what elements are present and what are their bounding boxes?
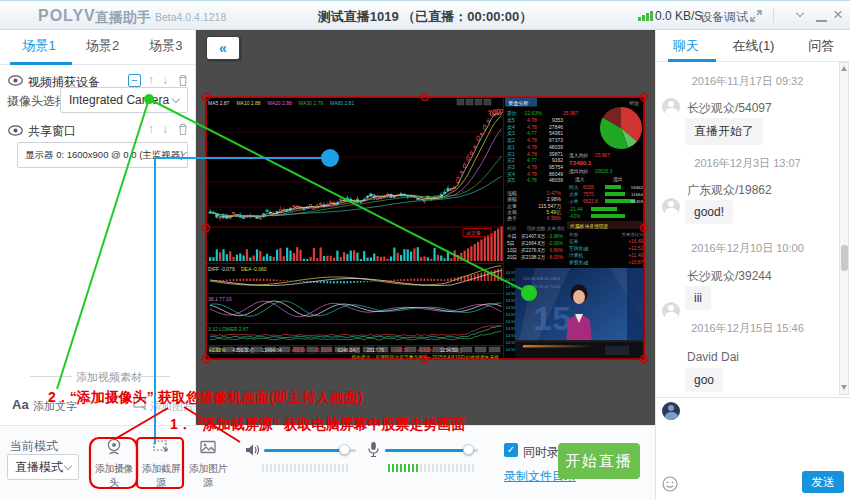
tab-scene1[interactable]: 场景1 <box>10 30 68 64</box>
flow-in-value: 25.967 <box>595 153 610 158</box>
svg-text:6.58%: 6.58% <box>547 215 562 221</box>
svg-text:+10.87: +10.87 <box>628 260 643 265</box>
svg-text:8338: 8338 <box>583 185 594 190</box>
svg-text:18462: 18462 <box>631 185 644 190</box>
webcam-icon <box>105 438 123 456</box>
message-input-area[interactable]: 发送 <box>656 397 850 500</box>
svg-text:10日: 10日 <box>507 248 517 253</box>
display-select[interactable]: 显示器 0: 1600x900 @ 0,0 (主监视器) <box>17 142 188 168</box>
stock-screen-source[interactable]: MA5 2.87MA10 2.88MA20 2.88MA30 2.79MA60 … <box>205 97 645 360</box>
svg-text:+11.49: +11.49 <box>629 253 644 258</box>
weibi-extra: 25.967 <box>563 110 579 116</box>
start-stream-button[interactable]: 开始直播 <box>558 443 640 479</box>
scroll-up-icon[interactable] <box>841 66 847 71</box>
chat-message: goo <box>685 368 723 392</box>
trash-icon[interactable] <box>177 123 189 136</box>
close-button[interactable]: × <box>833 7 843 22</box>
collapse-section-icon[interactable]: − <box>128 74 141 87</box>
svg-text:4.78: 4.78 <box>527 144 537 150</box>
diff-label: DIFF -0.079 <box>208 266 235 272</box>
chat-username: David Dai <box>687 350 739 364</box>
svg-text:39871: 39871 <box>549 151 563 157</box>
svg-text:86049: 86049 <box>549 171 563 177</box>
display-select-value: 显示器 0: 1600x900 @ 0,0 (主监视器) <box>25 149 184 162</box>
svg-text:2017.35 98.02 75.44: 2017.35 98.02 75.44 <box>523 284 560 289</box>
tab-qa[interactable]: 问答 <box>808 37 834 55</box>
svg-text:卖4: 卖4 <box>507 124 515 130</box>
svg-text:-43%: -43% <box>569 214 581 219</box>
scroll-down-icon[interactable] <box>841 385 847 390</box>
svg-text:11664: 11664 <box>631 192 643 197</box>
move-down-icon[interactable]: ↓ <box>162 74 168 87</box>
eye-icon[interactable] <box>8 125 23 136</box>
speaker-slider-thumb[interactable] <box>339 444 350 455</box>
move-up-icon[interactable]: ↑ <box>148 123 154 136</box>
add-screen-button[interactable]: 添加截屏源 <box>138 438 184 490</box>
add-picture-label: 添加图片源 <box>185 462 231 490</box>
mode-select-value: 直播模式 <box>15 459 65 476</box>
mic-slider[interactable] <box>385 449 469 452</box>
emoji-icon[interactable] <box>662 476 678 492</box>
mode-select[interactable]: 直播模式 <box>7 454 79 480</box>
add-camera-label: 添加摄像头 <box>91 462 137 490</box>
title-bar: POLYV 直播助手 Beta4.0.4.1218 测试直播1019 （已直播：… <box>0 0 850 30</box>
add-camera-button[interactable]: 添加摄像头 <box>91 438 137 490</box>
speaker-icon[interactable] <box>245 443 260 457</box>
flow-out-label: 流出均价 <box>569 168 588 175</box>
svg-text:买5: 买5 <box>507 177 515 183</box>
svg-text:大单: 大单 <box>569 192 579 197</box>
add-text-icon[interactable]: Aa <box>12 397 29 412</box>
record-checkbox[interactable]: ✓ <box>504 443 518 457</box>
minimize-button[interactable] <box>816 20 827 22</box>
svg-text:换手: 换手 <box>507 215 517 222</box>
svg-text:卖2: 卖2 <box>507 137 515 143</box>
control-bar: 当前模式 直播模式 添加摄像头 添加截屏源 <box>0 425 655 500</box>
svg-text:卖1: 卖1 <box>507 144 515 150</box>
svg-text:-21.44: -21.44 <box>569 207 583 212</box>
svg-text:2517.76: 2517.76 <box>367 348 385 353</box>
svg-text:8.00%: 8.00% <box>549 255 563 260</box>
tab-online[interactable]: 在线(1) <box>733 37 775 55</box>
svg-text:+0.51%: +0.51% <box>314 348 331 353</box>
svg-text:4356.50亿: 4356.50亿 <box>232 348 254 353</box>
camera-select[interactable]: Integrated Camera <box>60 87 188 113</box>
speaker-slider[interactable] <box>264 449 345 452</box>
screen-adjust-icon[interactable] <box>749 9 763 23</box>
camera-select-value: Integrated Camera <box>69 93 173 107</box>
chat-scrollbar[interactable] <box>839 62 849 395</box>
trash-icon[interactable] <box>177 74 189 87</box>
help-label: 帮助 <box>629 100 639 107</box>
svg-text:6.90%: 6.90% <box>549 248 563 253</box>
svg-text:14:55: 14:55 <box>506 312 517 317</box>
device-debug-button[interactable]: 设备调试 <box>700 9 748 26</box>
tab-scene2[interactable]: 场景2 <box>73 30 131 64</box>
chat-date: 2016年12月10日 10:00 <box>656 241 839 256</box>
eye-icon[interactable] <box>8 75 23 86</box>
svg-text:15: 15 <box>533 299 571 337</box>
collapse-panel-button[interactable]: « <box>206 36 240 60</box>
add-picture-button[interactable]: 添加图片源 <box>185 438 231 490</box>
scene-tabs: 场景1 场景2 场景3 <box>0 30 195 65</box>
bar-head-out: 流出 <box>613 176 623 183</box>
screen-capture-icon <box>152 438 170 456</box>
tab-chat[interactable]: 聊天 <box>673 37 699 55</box>
avatar <box>662 302 680 320</box>
sector-title: 所属板块及强弱度 <box>570 223 609 230</box>
move-down-icon[interactable]: ↓ <box>162 123 168 136</box>
avatar <box>662 198 680 216</box>
move-up-icon[interactable]: ↑ <box>148 74 154 87</box>
price-high-label: 5.20 <box>488 109 498 115</box>
scrollbar-thumb[interactable] <box>841 245 848 271</box>
dea-label: DEA -0.060 <box>241 266 267 272</box>
chevron-down-icon <box>172 94 180 102</box>
microphone-icon[interactable] <box>367 441 380 458</box>
svg-text:4.78: 4.78 <box>527 171 537 177</box>
tab-scene3[interactable]: 场景3 <box>137 30 195 64</box>
kdj-label: 38.1 77.19 <box>208 296 232 302</box>
send-button[interactable]: 发送 <box>802 471 844 493</box>
scene-source-panel: 场景1 场景2 场景3 视频捕获设备 − ↑ ↓ 摄像头选择: Integrat… <box>0 30 196 425</box>
mic-slider-thumb[interactable] <box>463 444 474 455</box>
svg-text:6248.34亿: 6248.34亿 <box>338 348 360 353</box>
svg-text:14:56: 14:56 <box>506 305 517 310</box>
svg-text:9353: 9353 <box>552 117 563 123</box>
